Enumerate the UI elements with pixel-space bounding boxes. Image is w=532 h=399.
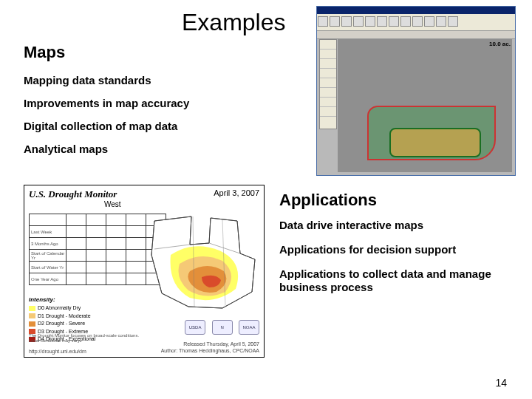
applications-list: Data drive interactive maps Applications… [279, 219, 508, 305]
list-item: Data drive interactive maps [279, 219, 508, 233]
figure-footnote: The Drought Monitor focuses on broad-sca… [29, 333, 147, 344]
list-item: Digital collection of map data [24, 120, 304, 132]
drought-map [149, 211, 259, 314]
list-item: Improvements in map accuracy [24, 97, 304, 109]
tab-strip [317, 31, 515, 39]
drought-monitor-figure: U.S. Drought Monitor April 3, 2007 West … [24, 185, 265, 358]
logo-usda: USDA [185, 320, 205, 335]
applications-heading: Applications [279, 191, 377, 210]
slide-title: Examples [182, 9, 286, 36]
figure-region: West [104, 200, 121, 208]
figure-release: Released Thursday, April 5, 2007 Author:… [161, 341, 259, 354]
agency-logos: USDA N NOAA [182, 318, 259, 335]
list-item: Mapping data standards [24, 74, 304, 86]
gis-screenshot: 10.0 ac. [316, 6, 516, 176]
figure-date: April 3, 2007 [214, 188, 259, 197]
logo-ndmc: N [212, 320, 233, 335]
maps-list: Mapping data standards Improvements in m… [24, 74, 304, 166]
list-item: Analytical maps [24, 143, 304, 155]
window-titlebar [317, 7, 515, 14]
maps-heading: Maps [24, 43, 65, 62]
toolbar [317, 14, 515, 31]
logo-noaa: NOAA [239, 320, 259, 335]
figure-title: U.S. Drought Monitor [29, 188, 117, 200]
map-feature-field [389, 128, 481, 157]
page-number: 14 [495, 377, 507, 389]
figure-url: http://drought.unl.edu/dm [29, 349, 86, 354]
list-item: Applications for decision support [279, 243, 508, 257]
tool-palette [319, 39, 337, 129]
map-canvas [338, 39, 512, 172]
list-item: Applications to collect data and manage … [279, 267, 508, 296]
area-label: 10.0 ac. [489, 41, 511, 47]
stats-table: Last Week 3 Months Ago Start of Calendar… [29, 214, 166, 285]
